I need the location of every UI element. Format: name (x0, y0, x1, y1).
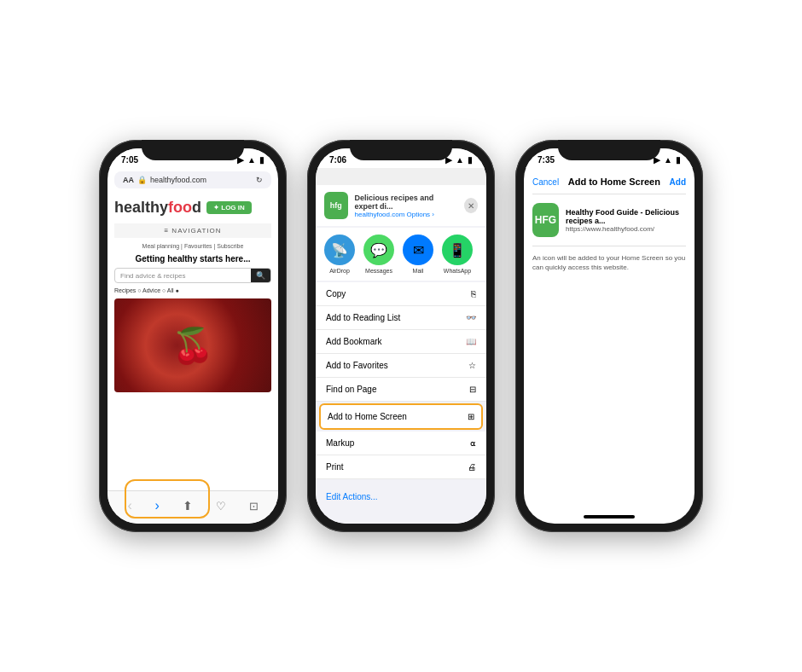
hs-app-row: HFG Healthy Food Guide - Delicious recip… (532, 194, 686, 246)
back-button[interactable]: ‹ (127, 498, 131, 513)
menu-reading-list[interactable]: Add to Reading List 👓 (316, 306, 486, 330)
phone-1: 7:05 ▶ ▲ ▮ AA 🔒 healthyfood.com ↻ (99, 140, 287, 532)
menu-section: Copy ⎘ Add to Reading List 👓 Add Bookmar… (316, 282, 486, 479)
phone-3-screen: 7:35 ▶ ▲ ▮ Cancel Add to Home Screen Add… (524, 148, 694, 524)
menu-add-home-screen[interactable]: Add to Home Screen ⊞ (319, 403, 483, 430)
time-2: 7:06 (329, 155, 346, 165)
copy-label: Copy (326, 289, 346, 298)
site-content: healthyfood ✦ LOG IN ≡ NAVIGATION Meal p… (108, 192, 278, 396)
reading-list-icon: 👓 (466, 313, 476, 322)
login-button[interactable]: ✦ LOG IN (206, 201, 252, 214)
search-button[interactable]: 🔍 (251, 269, 270, 282)
airdrop-label: AirDrop (329, 268, 350, 274)
tabs-button[interactable]: ⊡ (249, 500, 259, 513)
close-icon: ✕ (468, 201, 474, 211)
whatsapp-label: WhatsApp (444, 268, 471, 274)
logo-text: healthyfood (114, 199, 201, 217)
share-header: hfg Delicious recipes and expert di... h… (316, 185, 486, 226)
share-apps-row: 📡 AirDrop 💬 Messages ✉ Mail 📱 WhatsApp (316, 228, 486, 281)
edit-actions-row[interactable]: Edit Actions... (316, 481, 486, 510)
refresh-button[interactable]: ↻ (256, 176, 263, 184)
home-indicator-3 (584, 515, 635, 518)
mail-icon: ✉ (403, 235, 433, 265)
lock-icon: 🔒 (137, 176, 147, 184)
share-info: Delicious recipes and expert di... healt… (355, 194, 458, 218)
share-app-icon: hfg (324, 192, 348, 219)
time-1: 7:05 (121, 155, 138, 165)
status-bar-2: 7:06 ▶ ▲ ▮ (316, 148, 486, 168)
find-label: Find on Page (326, 385, 377, 394)
markup-icon: ⍺ (470, 438, 476, 448)
phone-2-screen: 7:06 ▶ ▲ ▮ hfg Delicious recipes (316, 148, 486, 524)
share-mail[interactable]: ✉ Mail (403, 235, 433, 274)
bookmark-button[interactable]: ♡ (216, 500, 226, 513)
wifi-icon-2: ▲ (456, 155, 464, 165)
phone-2: 7:06 ▶ ▲ ▮ hfg Delicious recipes (307, 140, 495, 532)
menu-markup[interactable]: Markup ⍺ (316, 432, 486, 455)
add-button[interactable]: Add (670, 177, 686, 187)
signal-icon-2: ▶ (445, 155, 452, 165)
radio-options: Recipes ○ Advice ○ All ● (114, 286, 271, 295)
url-text: healthyfood.com (150, 176, 206, 184)
share-close-button[interactable]: ✕ (464, 198, 478, 213)
share-button[interactable]: ⬆ (183, 499, 193, 513)
highlight-circle-phone1 (125, 479, 210, 518)
status-icons-3: ▶ ▲ ▮ (654, 155, 681, 165)
messages-label: Messages (365, 268, 392, 274)
safari-bottom-bar: ‹ › ⬆ ♡ ⊡ (108, 490, 278, 524)
status-bar-3: 7:35 ▶ ▲ ▮ (524, 148, 694, 168)
messages-icon: 💬 (363, 235, 394, 265)
status-icons-2: ▶ ▲ ▮ (445, 155, 473, 165)
share-airdrop[interactable]: 📡 AirDrop (324, 235, 355, 274)
status-icons-1: ▶ ▲ ▮ (237, 155, 264, 165)
favorites-label: Add to Favorites (326, 361, 388, 370)
print-label: Print (326, 462, 344, 472)
phone-3: 7:35 ▶ ▲ ▮ Cancel Add to Home Screen Add… (515, 140, 703, 532)
menu-find-on-page[interactable]: Find on Page ⊟ (316, 378, 486, 402)
hs-description: An icon will be added to your Home Scree… (532, 246, 686, 279)
battery-icon-2: ▮ (468, 155, 473, 165)
share-messages[interactable]: 💬 Messages (363, 235, 394, 274)
status-bar-1: 7:05 ▶ ▲ ▮ (108, 148, 278, 168)
forward-button[interactable]: › (155, 498, 160, 513)
menu-favorites[interactable]: Add to Favorites ☆ (316, 354, 486, 378)
find-icon: ⊟ (469, 385, 476, 394)
add-home-screen-icon: ⊞ (468, 412, 474, 421)
hs-app-url: https://www.healthyfood.com/ (566, 225, 686, 233)
signal-icon-3: ▶ (654, 155, 660, 165)
scene: 7:05 ▶ ▲ ▮ AA 🔒 healthyfood.com ↻ (82, 123, 720, 549)
bookmark-label: Add Bookmark (326, 337, 382, 346)
edit-actions-label[interactable]: Edit Actions... (326, 492, 378, 501)
reading-list-label: Add to Reading List (326, 313, 400, 322)
favorites-icon: ☆ (468, 361, 476, 370)
time-3: 7:35 (538, 155, 555, 165)
markup-label: Markup (326, 438, 354, 448)
cancel-button[interactable]: Cancel (532, 177, 559, 187)
hero-text: Getting healthy starts here... (114, 251, 271, 265)
search-input[interactable]: Find advice & recipes (115, 269, 251, 282)
add-hs-title: Add to Home Screen (568, 177, 660, 187)
add-home-screen-dialog: Cancel Add to Home Screen Add HFG Health… (524, 168, 694, 279)
url-bar[interactable]: AA 🔒 healthyfood.com ↻ (114, 171, 271, 188)
nav-links: Meal planning | Favourites | Subscribe (114, 241, 271, 251)
menu-print[interactable]: Print 🖨 (316, 455, 486, 479)
battery-icon-3: ▮ (676, 155, 681, 165)
mail-label: Mail (413, 268, 424, 274)
share-sheet[interactable]: hfg Delicious recipes and expert di... h… (316, 185, 486, 524)
navigation-bar: ≡ NAVIGATION (114, 223, 271, 238)
aa-button[interactable]: AA (123, 176, 134, 184)
print-icon: 🖨 (468, 462, 476, 472)
hs-app-icon: HFG (532, 203, 559, 237)
search-bar[interactable]: Find advice & recipes 🔍 (114, 268, 271, 283)
food-image (114, 298, 271, 392)
phone-1-screen: 7:05 ▶ ▲ ▮ AA 🔒 healthyfood.com ↻ (108, 148, 278, 524)
hs-app-info: Healthy Food Guide - Delicious recipes a… (566, 208, 686, 233)
share-site-url: healthyfood.com Options › (355, 211, 458, 218)
menu-bookmark[interactable]: Add Bookmark 📖 (316, 330, 486, 354)
add-home-screen-label: Add to Home Screen (328, 412, 407, 421)
airdrop-icon: 📡 (324, 235, 355, 265)
battery-icon: ▮ (259, 155, 264, 165)
hs-app-name: Healthy Food Guide - Delicious recipes a… (566, 208, 686, 225)
menu-copy[interactable]: Copy ⎘ (316, 282, 486, 306)
share-whatsapp[interactable]: 📱 WhatsApp (442, 235, 473, 274)
